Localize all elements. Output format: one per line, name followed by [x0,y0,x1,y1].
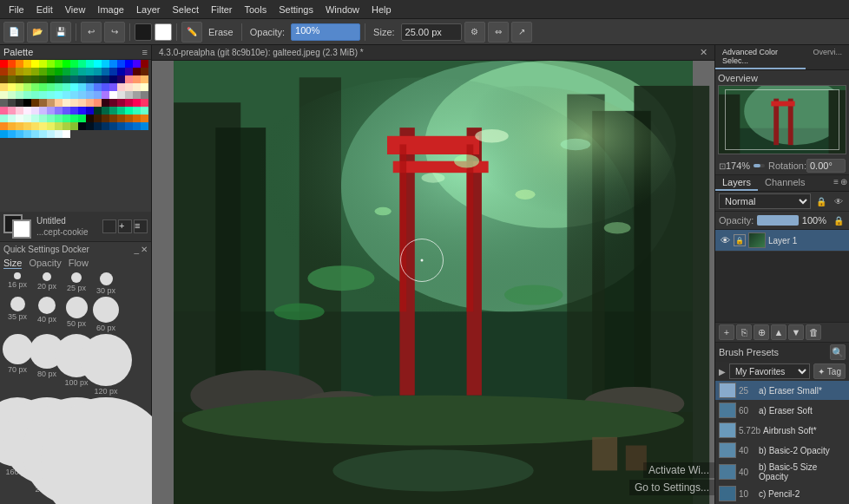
zoom-slider[interactable] [754,164,765,167]
color-swatch[interactable] [63,122,70,130]
tab-channels[interactable]: Channels [758,175,812,191]
color-swatch[interactable] [117,60,125,68]
color-swatch[interactable] [47,75,55,83]
color-swatch[interactable] [0,60,8,68]
color-swatch[interactable] [133,68,141,75]
layers-icon2[interactable]: ⊕ [840,177,847,189]
layer-item[interactable]: 👁 🔒 Layer 1 [715,230,849,252]
color-swatch[interactable] [16,122,23,130]
tab-advanced-color[interactable]: Advanced Color Selec... [715,45,806,69]
color-swatch[interactable] [86,115,94,122]
delete-layer-button[interactable]: 🗑 [806,324,821,340]
brush-preset-item[interactable]: 10c) Pencil-2 [715,484,849,504]
tab-overview[interactable]: Overvi... [806,45,849,69]
color-swatch[interactable] [23,130,31,138]
color-swatch[interactable] [47,99,55,107]
color-swatch[interactable] [55,83,63,91]
color-swatch[interactable] [141,60,148,68]
color-swatch[interactable] [8,83,16,91]
color-swatch[interactable] [55,68,63,75]
color-swatch[interactable] [141,68,148,75]
duplicate-layer-button[interactable]: ⎘ [736,324,752,340]
color-swatch[interactable] [47,68,55,75]
tab-layers[interactable]: Layers [715,175,758,191]
brush-preset-item[interactable]: 25a) Eraser Small* [715,381,849,401]
color-swatch[interactable] [16,115,23,122]
color-swatch[interactable] [94,75,102,83]
menu-filter[interactable]: Filter [206,3,237,16]
color-swatch[interactable] [133,122,141,130]
brush-size-preview[interactable]: 35 px [3,297,31,332]
color-swatch[interactable] [63,107,70,115]
color-swatch[interactable] [8,68,16,75]
color-swatch[interactable] [47,91,55,99]
color-swatch[interactable] [8,99,16,107]
color-swatch[interactable] [31,91,39,99]
color-swatch[interactable] [16,130,23,138]
color-swatch[interactable] [55,130,63,138]
color-swatch[interactable] [117,68,125,75]
color-swatch[interactable] [47,130,55,138]
color-swatch[interactable] [23,91,31,99]
color-swatch[interactable] [55,91,63,99]
overview-thumbnail[interactable] [718,85,846,154]
color-swatch[interactable] [0,83,8,91]
bp-tag-button[interactable]: ✦ Tag [813,363,846,379]
brush-size-preview[interactable]: 60 px [92,297,120,332]
color-swatch[interactable] [39,83,47,91]
color-swatch[interactable] [70,91,78,99]
color-swatch[interactable] [141,83,148,91]
color-swatch[interactable] [70,83,78,91]
color-swatch[interactable] [39,75,47,83]
color-swatch[interactable] [117,122,125,130]
color-swatch[interactable] [8,107,16,115]
color-swatch[interactable] [31,130,39,138]
color-swatch[interactable] [47,107,55,115]
color-swatch[interactable] [86,91,94,99]
color-swatch[interactable] [63,83,70,91]
color-swatch[interactable] [78,122,86,130]
new-document-button[interactable]: 📄 [3,22,24,43]
color-swatch[interactable] [78,83,86,91]
color-swatch[interactable] [94,68,102,75]
sync-icon[interactable]: ⊡ [719,161,726,171]
color-swatch[interactable] [39,68,47,75]
color-swatch[interactable] [86,68,94,75]
color-swatch[interactable] [86,107,94,115]
color-swatch[interactable] [70,75,78,83]
color-swatch[interactable] [47,115,55,122]
background-color[interactable] [12,219,31,239]
color-swatch[interactable] [31,122,39,130]
color-swatch[interactable] [125,75,133,83]
color-swatch[interactable] [16,107,23,115]
menu-tools[interactable]: Tools [240,3,273,16]
size-input[interactable] [401,23,462,41]
color-swatch[interactable] [63,60,70,68]
color-swatch[interactable] [86,99,94,107]
undo-button[interactable]: ↩ [81,22,102,43]
color-swatch[interactable] [125,122,133,130]
color-swatch[interactable] [39,91,47,99]
color-swatch[interactable] [125,99,133,107]
color-swatch[interactable] [47,60,55,68]
color-swatch[interactable] [141,99,148,107]
canvas-viewport[interactable]: Activate Wi... Go to Settings... [152,61,714,504]
color-swatch[interactable] [0,122,8,130]
color-swatch[interactable] [63,115,70,122]
color-swatch[interactable] [109,107,117,115]
save-button[interactable]: 💾 [50,22,71,43]
color-swatch[interactable] [8,75,16,83]
color-swatch[interactable] [16,75,23,83]
menu-image[interactable]: Image [92,3,129,16]
color-swatch[interactable] [125,83,133,91]
color-swatch[interactable] [0,75,8,83]
color-swatch[interactable] [125,91,133,99]
brush-preset-item[interactable]: 40b) Basic-2 Opacity [715,441,849,461]
brush-size-preview[interactable]: 16 px [3,272,31,295]
add-color-button[interactable]: + [118,219,132,233]
color-swatch[interactable] [141,107,148,115]
color-swatch[interactable] [23,68,31,75]
tool-icon[interactable]: ✏️ [181,22,202,43]
color-swatch[interactable] [125,115,133,122]
color-swatch[interactable] [125,68,133,75]
